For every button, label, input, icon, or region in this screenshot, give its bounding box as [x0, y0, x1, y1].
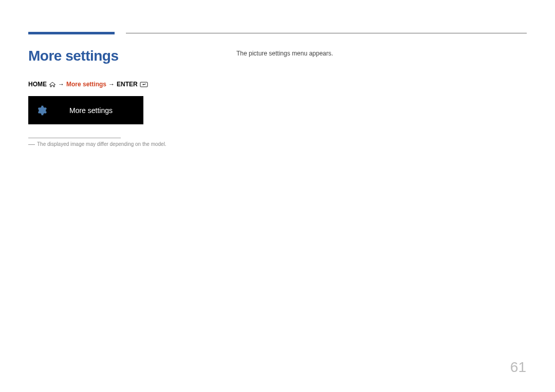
enter-icon: [140, 82, 148, 87]
arrow-icon: →: [58, 81, 64, 88]
note-text: ― The displayed image may differ dependi…: [28, 141, 236, 147]
gear-icon: [35, 104, 48, 117]
menu-box-label: More settings: [69, 106, 113, 115]
breadcrumb: HOME → More settings → ENTER: [28, 81, 236, 88]
home-icon: [49, 82, 56, 87]
note-rule: [28, 138, 121, 138]
note-content: The displayed image may differ depending…: [37, 141, 166, 147]
accent-bar: [28, 32, 115, 34]
breadcrumb-enter: ENTER: [117, 81, 138, 88]
top-rule: [126, 33, 527, 33]
breadcrumb-home: HOME: [28, 81, 47, 88]
breadcrumb-highlight: More settings: [66, 81, 106, 88]
arrow-icon: →: [108, 81, 115, 88]
description-text: The picture settings menu appears.: [236, 50, 333, 57]
menu-box: More settings: [28, 96, 143, 124]
note-dash: ―: [28, 141, 35, 147]
page-number: 61: [510, 359, 526, 376]
section-title: More settings: [28, 48, 236, 64]
